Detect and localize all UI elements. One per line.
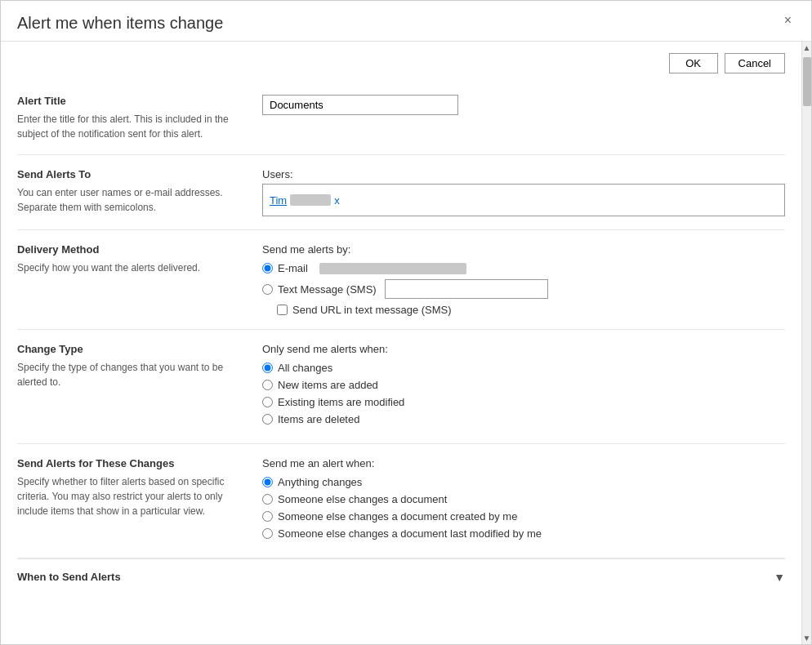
delivery-method-content: Send me alerts by: E-mail Text Message (… <box>262 243 785 316</box>
someone-else-changes-created-radio[interactable] <box>262 511 273 522</box>
anything-changes-row: Anything changes <box>262 476 785 488</box>
someone-else-changes-created-row: Someone else changes a document created … <box>262 510 785 523</box>
alert-title-content <box>262 95 785 141</box>
existing-items-radio[interactable] <box>262 397 273 407</box>
send-alert-when-label: Send me an alert when: <box>262 457 785 469</box>
send-alerts-to-content: Users: Tim x <box>262 168 785 216</box>
send-alerts-changes-section: Send Alerts for These Changes Specify wh… <box>17 444 785 558</box>
someone-else-changes-modified-row: Someone else changes a document last mod… <box>262 527 785 540</box>
dialog-title: Alert me when items change <box>17 14 223 33</box>
when-to-send-label: When to Send Alerts <box>17 571 121 583</box>
content-area: OK Cancel Alert Title Enter the title fo… <box>1 42 801 644</box>
only-send-label: Only send me alerts when: <box>262 343 785 355</box>
email-radio-row: E-mail <box>262 262 785 274</box>
items-deleted-radio[interactable] <box>262 414 273 425</box>
user-avatar-blur <box>290 194 331 206</box>
items-deleted-label[interactable]: Items are deleted <box>278 413 359 425</box>
delivery-method-label-area: Delivery Method Specify how you want the… <box>17 243 262 316</box>
someone-else-changes-created-label[interactable]: Someone else changes a document created … <box>278 510 517 523</box>
existing-items-label[interactable]: Existing items are modified <box>278 396 404 408</box>
sms-radio-row: Text Message (SMS) <box>262 279 785 299</box>
send-alerts-to-section: Send Alerts To You can enter user names … <box>17 155 785 230</box>
user-name[interactable]: Tim <box>270 194 287 207</box>
someone-else-changes-modified-radio[interactable] <box>262 528 273 539</box>
change-type-label-area: Change Type Specify the type of changes … <box>17 343 262 430</box>
anything-changes-label[interactable]: Anything changes <box>278 476 362 488</box>
change-type-desc: Specify the type of changes that you wan… <box>17 360 246 389</box>
alert-title-input[interactable] <box>262 95 458 115</box>
change-type-section: Change Type Specify the type of changes … <box>17 330 785 444</box>
delivery-method-desc: Specify how you want the alerts delivere… <box>17 260 246 275</box>
existing-items-row: Existing items are modified <box>262 396 785 408</box>
new-items-row: New items are added <box>262 379 785 391</box>
user-tag: Tim x <box>270 194 340 207</box>
new-items-label[interactable]: New items are added <box>278 379 378 391</box>
sms-url-checkbox[interactable] <box>277 305 288 315</box>
someone-else-changes-label[interactable]: Someone else changes a document <box>278 493 447 505</box>
when-to-send-section: ▼ When to Send Alerts <box>17 558 785 594</box>
new-items-radio[interactable] <box>262 380 273 390</box>
someone-else-changes-modified-label[interactable]: Someone else changes a document last mod… <box>278 527 542 540</box>
someone-else-changes-radio[interactable] <box>262 494 273 505</box>
sms-input[interactable] <box>385 279 548 299</box>
items-deleted-row: Items are deleted <box>262 413 785 425</box>
alert-title-label: Alert Title <box>17 95 246 107</box>
send-alerts-changes-desc: Specify whether to filter alerts based o… <box>17 474 246 518</box>
dialog-header: Alert me when items change × <box>1 1 811 42</box>
expand-arrow-icon[interactable]: ▼ <box>774 571 785 584</box>
delivery-method-label: Delivery Method <box>17 243 246 256</box>
send-alerts-changes-label-area: Send Alerts for These Changes Specify wh… <box>17 457 262 545</box>
users-label: Users: <box>262 168 785 180</box>
send-alerts-to-label-area: Send Alerts To You can enter user names … <box>17 168 262 216</box>
alert-title-desc: Enter the title for this alert. This is … <box>17 112 246 141</box>
ok-button[interactable]: OK <box>669 53 718 73</box>
send-by-label: Send me alerts by: <box>262 243 785 256</box>
sms-url-label[interactable]: Send URL in text message (SMS) <box>292 304 452 316</box>
scrollbar-thumb[interactable] <box>803 57 811 106</box>
alert-dialog: Alert me when items change × OK Cancel A… <box>0 0 812 645</box>
send-alerts-to-desc: You can enter user names or e-mail addre… <box>17 185 246 215</box>
change-type-label: Change Type <box>17 343 246 355</box>
send-alerts-to-label: Send Alerts To <box>17 168 246 180</box>
action-row: OK Cancel <box>17 42 785 82</box>
users-box[interactable]: Tim x <box>262 184 785 216</box>
email-radio[interactable] <box>262 263 273 274</box>
anything-changes-radio[interactable] <box>262 477 273 487</box>
all-changes-row: All changes <box>262 362 785 374</box>
all-changes-radio[interactable] <box>262 363 273 373</box>
send-alerts-changes-content: Send me an alert when: Anything changes … <box>262 457 785 545</box>
send-alerts-changes-label: Send Alerts for These Changes <box>17 457 246 469</box>
close-button[interactable]: × <box>781 14 795 27</box>
alert-title-section: Alert Title Enter the title for this ale… <box>17 82 785 155</box>
sms-label[interactable]: Text Message (SMS) <box>278 283 377 296</box>
alert-title-label-area: Alert Title Enter the title for this ale… <box>17 95 262 141</box>
all-changes-label[interactable]: All changes <box>278 362 332 374</box>
someone-else-changes-row: Someone else changes a document <box>262 493 785 505</box>
user-remove-button[interactable]: x <box>334 194 340 207</box>
scroll-down-button[interactable]: ▼ <box>803 632 811 644</box>
email-address-blur <box>319 263 466 274</box>
cancel-button[interactable]: Cancel <box>725 53 785 73</box>
sms-radio[interactable] <box>262 284 273 295</box>
delivery-method-section: Delivery Method Specify how you want the… <box>17 230 785 330</box>
scrollbar-track: ▲ ▼ <box>801 42 811 644</box>
sms-url-checkbox-row: Send URL in text message (SMS) <box>277 304 785 316</box>
dialog-body: OK Cancel Alert Title Enter the title fo… <box>1 42 811 644</box>
change-type-content: Only send me alerts when: All changes Ne… <box>262 343 785 430</box>
email-label[interactable]: E-mail <box>278 262 308 274</box>
scroll-up-button[interactable]: ▲ <box>803 42 811 54</box>
